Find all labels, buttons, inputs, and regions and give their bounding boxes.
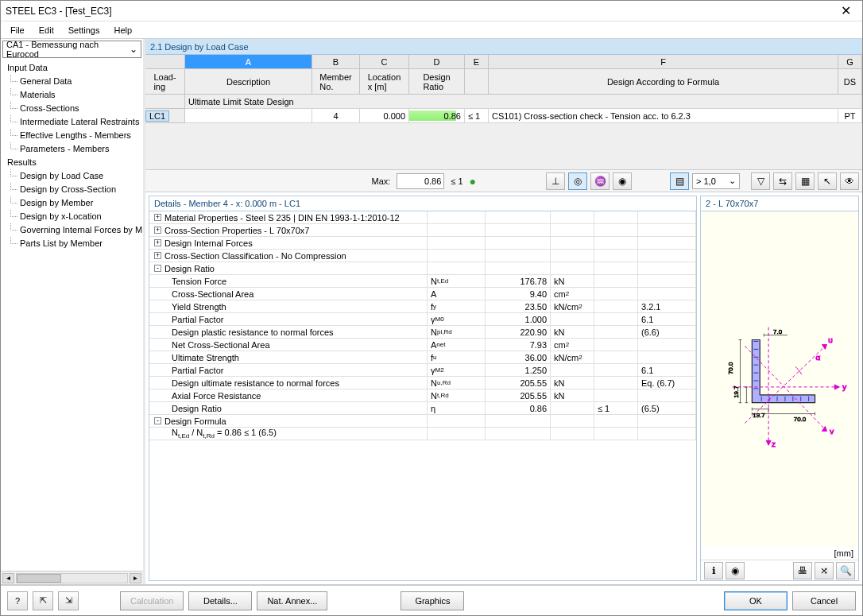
collapse-icon[interactable]: -: [154, 265, 161, 272]
excel-icon[interactable]: ▦: [795, 172, 815, 190]
details-row: Partial FactorγM01.0006.1: [149, 313, 696, 326]
nav-parameters[interactable]: Parameters - Members: [18, 142, 140, 156]
nav-results[interactable]: Results: [6, 156, 140, 169]
col-F[interactable]: F: [489, 55, 838, 69]
nav-gov-forces[interactable]: Governing Internal Forces by M: [18, 223, 140, 237]
nav-design-member[interactable]: Design by Member: [18, 196, 140, 210]
svg-text:70.0: 70.0: [794, 416, 807, 423]
menu-file[interactable]: File: [4, 24, 31, 37]
scroll-left-icon[interactable]: ◄: [2, 573, 14, 583]
menubar: File Edit Settings Help: [1, 21, 862, 39]
cancel-button[interactable]: Cancel: [792, 591, 856, 610]
svg-text:70.0: 70.0: [727, 362, 734, 374]
result-grid: A B C D E F G Load- ing Description Memb…: [145, 55, 862, 170]
nav-design-xsection[interactable]: Design by Cross-Section: [18, 183, 140, 196]
summary-bar: Max: ≤ 1 ● ⊥ ◎ ♒ ◉ ▤ > 1,0 ▽ ⇆ ▦ ↖ 👁: [145, 170, 862, 192]
load-case-cell: LC1: [145, 110, 169, 122]
details-row: +Cross-Section Properties - L 70x70x7: [149, 224, 696, 237]
nav-scrollbar[interactable]: ◄ ►: [1, 571, 143, 584]
hdr-loading: Load- ing: [145, 69, 185, 95]
import-icon[interactable]: ⇲: [58, 591, 79, 610]
expand-icon[interactable]: +: [154, 252, 161, 259]
tool-icon-2[interactable]: ◎: [568, 172, 587, 190]
details-row: +Design Internal Forces: [149, 237, 696, 250]
hdr-member: Member No.: [312, 69, 360, 95]
col-A[interactable]: A: [185, 55, 312, 69]
tool-icon-1[interactable]: ⊥: [546, 172, 565, 190]
pick-icon[interactable]: ↖: [818, 172, 837, 190]
expand-icon[interactable]: +: [154, 214, 161, 221]
ok-button[interactable]: OK: [724, 591, 788, 610]
details-row: Axial Force ResistanceNt,Rd205.55kN: [149, 389, 696, 402]
eye-icon[interactable]: 👁: [840, 172, 859, 190]
nat-annex-button[interactable]: Nat. Annex...: [257, 591, 327, 610]
nav-design-xloc[interactable]: Design by x-Location: [18, 210, 140, 223]
nav-design-loadcase[interactable]: Design by Load Case: [18, 169, 140, 183]
svg-text:z: z: [772, 440, 776, 448]
print-icon[interactable]: 🖶: [793, 562, 812, 579]
svg-text:19.7: 19.7: [733, 385, 740, 397]
window-title: STEEL EC3 - [Test_EC3]: [6, 6, 834, 17]
nav-pane: CA1 - Bemessung nach Eurocod Input Data …: [1, 39, 145, 584]
details-row: Nt,Ed / Nt,Rd = 0.86 ≤ 1 (6.5): [149, 428, 696, 440]
hdr-desc: Description: [185, 69, 312, 95]
menu-help[interactable]: Help: [107, 24, 138, 37]
max-label: Max:: [368, 176, 393, 186]
axes-icon[interactable]: ⤨: [815, 562, 834, 579]
graphics-button[interactable]: Graphics: [401, 591, 464, 610]
export-icon[interactable]: ⇱: [33, 591, 53, 610]
nav-effective-lengths[interactable]: Effective Lengths - Members: [18, 129, 140, 142]
details-row: Design plastic resistance to normal forc…: [149, 326, 696, 339]
svg-text:7.0: 7.0: [773, 328, 783, 335]
details-row: Net Cross-Sectional AreaAnet7.93cm2: [149, 339, 696, 351]
tool-icon-3[interactable]: ♒: [590, 172, 610, 190]
nav-general-data[interactable]: General Data: [18, 75, 140, 88]
sort-icon[interactable]: ⇆: [773, 172, 792, 190]
case-dropdown[interactable]: CA1 - Bemessung nach Eurocod: [2, 41, 141, 58]
nav-lateral-restraints[interactable]: Intermediate Lateral Restraints: [18, 115, 140, 129]
info-icon[interactable]: ℹ: [704, 562, 723, 579]
close-icon[interactable]: ✕: [834, 3, 857, 18]
details-button[interactable]: Details...: [188, 591, 252, 610]
hdr-ds: DS: [838, 69, 862, 95]
col-G[interactable]: G: [838, 55, 862, 69]
expand-icon[interactable]: +: [154, 239, 161, 246]
details-row: Cross-Sectional AreaA9.40cm2: [149, 288, 696, 300]
filter-icon[interactable]: ▽: [751, 172, 770, 190]
preview-title: 2 - L 70x70x7: [701, 196, 858, 211]
menu-settings[interactable]: Settings: [62, 24, 106, 37]
nav-tree: Input Data General Data Materials Cross-…: [1, 60, 143, 571]
nav-input-data[interactable]: Input Data: [6, 61, 140, 75]
details-row: Ultimate Strengthfu36.00kN/cm2: [149, 351, 696, 364]
col-E[interactable]: E: [465, 55, 489, 69]
max-value-input[interactable]: [397, 173, 444, 189]
col-C[interactable]: C: [360, 55, 409, 69]
col-B[interactable]: B: [312, 55, 360, 69]
grid-data-row[interactable]: LC1 4 0.000 0.86 ≤ 1 CS101) Cross-sectio…: [145, 109, 862, 123]
details-panel: Details - Member 4 - x: 0.000 m - LC1 +M…: [149, 196, 697, 581]
collapse-icon[interactable]: -: [154, 417, 161, 424]
help-icon[interactable]: ?: [7, 591, 28, 610]
nav-parts-list[interactable]: Parts List by Member: [18, 237, 140, 250]
svg-text:v: v: [830, 427, 834, 436]
nav-cross-sections[interactable]: Cross-Sections: [18, 102, 140, 115]
preview-unit: [mm]: [701, 547, 858, 560]
tool-icon-4[interactable]: ◉: [613, 172, 632, 190]
expand-icon[interactable]: +: [154, 227, 161, 234]
hdr-ratio: Design Ratio: [409, 69, 465, 95]
filter-dropdown[interactable]: > 1,0: [692, 173, 740, 189]
calculation-button[interactable]: Calculation: [120, 591, 184, 610]
svg-marker-8: [822, 344, 826, 349]
menu-edit[interactable]: Edit: [33, 24, 60, 37]
scroll-right-icon[interactable]: ►: [130, 573, 141, 583]
details-row: +Material Properties - Steel S 235 | DIN…: [149, 211, 696, 224]
col-D[interactable]: D: [409, 55, 465, 69]
footer: ? ⇱ ⇲ Calculation Details... Nat. Annex.…: [1, 585, 862, 615]
details-row: Partial FactorγM21.2506.1: [149, 364, 696, 377]
details-row: -Design Ratio: [149, 262, 696, 275]
filter-color-icon[interactable]: ▤: [670, 172, 689, 190]
zoom-icon[interactable]: 🔍: [836, 562, 855, 579]
svg-text:y: y: [842, 382, 846, 391]
section-icon[interactable]: ◉: [726, 562, 745, 579]
nav-materials[interactable]: Materials: [18, 88, 140, 102]
